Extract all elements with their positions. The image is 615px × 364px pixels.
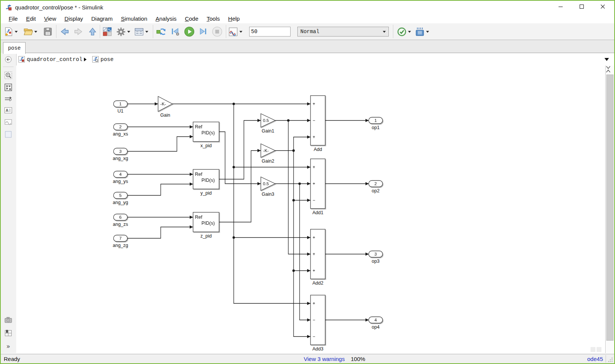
signal-wire[interactable] — [219, 132, 261, 184]
forward-button[interactable] — [72, 26, 84, 37]
signal-wire[interactable] — [294, 137, 311, 151]
menu-analysis[interactable]: Analysis — [151, 15, 181, 23]
pid-block-y_pid[interactable]: RefPID(s) — [193, 169, 219, 189]
view-warnings-link[interactable]: View 3 warnings — [304, 356, 345, 362]
pid-block-z_pid[interactable]: RefPID(s) — [193, 212, 219, 232]
signal-wire[interactable] — [127, 227, 193, 238]
block-label: Add3 — [312, 346, 323, 352]
settings-dropdown-caret[interactable] — [127, 31, 130, 34]
menu-tools[interactable]: Tools — [202, 15, 224, 23]
close-icon — [600, 4, 605, 9]
step-forward-button[interactable] — [197, 26, 209, 37]
inport-ang_zs[interactable]: 6 — [114, 214, 128, 221]
menu-help[interactable]: Help — [224, 15, 244, 23]
block-label: Add — [314, 147, 322, 152]
solver-name[interactable]: ode45 — [587, 356, 603, 362]
library-link-button[interactable] — [4, 329, 13, 338]
signal-wire[interactable] — [127, 137, 193, 151]
add-block-Add1[interactable]: ++− — [311, 159, 325, 209]
sim-mode-select[interactable]: Normal — [297, 27, 389, 37]
gain-block-Gain2[interactable]: -K- — [261, 144, 275, 157]
inport-ang_ys[interactable]: 4 — [114, 171, 128, 178]
wire-arrowhead-icon — [365, 318, 369, 321]
menu-view[interactable]: View — [40, 15, 60, 23]
update-diagram-button[interactable] — [155, 26, 167, 37]
close-button[interactable] — [594, 1, 611, 12]
gain-block-Gain1[interactable]: 0.5 — [261, 114, 275, 127]
svg-text:+: + — [312, 251, 315, 257]
area-box-button[interactable] — [4, 130, 13, 139]
breadcrumb-item-current[interactable]: pose — [100, 56, 114, 62]
expand-more-button[interactable]: » — [4, 342, 13, 351]
maximize-button[interactable] — [573, 1, 590, 12]
block-label: Gain2 — [262, 158, 274, 164]
menu-diagram[interactable]: Diagram — [87, 15, 117, 23]
simulation-data-inspector-button[interactable] — [227, 26, 243, 37]
inport-U1[interactable]: 1 — [114, 101, 128, 107]
new-model-dropdown-caret[interactable] — [15, 31, 18, 34]
gain-block-Gain3[interactable]: 0.5 — [261, 177, 275, 190]
signal-wire[interactable] — [234, 104, 311, 303]
outport-op2[interactable]: 2 — [369, 181, 383, 187]
image-button[interactable] — [4, 117, 13, 126]
inport-ang_xg[interactable]: 3 — [114, 148, 128, 155]
library-browser-button[interactable] — [102, 26, 113, 37]
scroll-down-icon[interactable] — [606, 65, 611, 69]
model-advisor-button[interactable] — [396, 26, 412, 37]
model-settings-button[interactable] — [115, 26, 131, 37]
deploy-dropdown-caret[interactable] — [426, 31, 429, 34]
tab-pose[interactable]: pose — [3, 42, 26, 54]
open-dropdown-caret[interactable] — [34, 31, 37, 34]
model-configuration-button[interactable] — [133, 26, 149, 37]
up-to-parent-button[interactable] — [87, 26, 99, 37]
scroll-up-icon[interactable] — [606, 69, 611, 73]
menu-edit[interactable]: Edit — [22, 15, 40, 23]
scrollbar-thumb[interactable] — [606, 75, 613, 341]
breadcrumb-item-root[interactable]: quadrotor_control — [27, 56, 82, 62]
svg-text:+: + — [312, 301, 315, 306]
signal-wire[interactable] — [127, 184, 193, 195]
outport-op4[interactable]: 4 — [369, 317, 383, 323]
run-button[interactable] — [183, 26, 196, 37]
block-label: ang_xg — [113, 156, 128, 161]
step-back-button[interactable] — [169, 26, 181, 37]
deploy-to-hardware-button[interactable] — [414, 26, 430, 37]
stop-time-input[interactable] — [249, 27, 291, 37]
add-block-Add2[interactable]: +++ — [311, 229, 325, 279]
zoom-region-button[interactable] — [4, 71, 13, 80]
add-block-Add3[interactable]: +−− — [311, 295, 325, 345]
sdi-dropdown-caret[interactable] — [239, 31, 242, 34]
menu-file[interactable]: File — [5, 15, 22, 23]
diagram-canvas[interactable]: 1U12ang_xs3ang_xg4ang_ys5ang_yg6ang_zs7a… — [16, 65, 614, 353]
sim-mode-value: Normal — [300, 29, 319, 35]
outport-op1[interactable]: 1 — [369, 117, 383, 124]
save-model-button[interactable] — [42, 26, 53, 37]
signal-wire[interactable] — [300, 184, 311, 320]
stop-button[interactable] — [211, 26, 224, 37]
menu-simulation[interactable]: Simulation — [117, 15, 151, 23]
pid-block-x_pid[interactable]: RefPID(s) — [193, 122, 219, 142]
breadcrumb-dropdown-caret[interactable] — [604, 58, 609, 63]
fit-to-view-button[interactable] — [4, 83, 13, 92]
add-block-Add[interactable]: +−+ — [311, 96, 325, 145]
back-button[interactable] — [59, 26, 71, 37]
signal-wire[interactable] — [294, 151, 311, 337]
inport-ang_yg[interactable]: 5 — [114, 192, 128, 199]
outport-op3[interactable]: 3 — [369, 251, 383, 257]
menu-code[interactable]: Code — [181, 15, 202, 23]
screenshot-camera-button[interactable] — [4, 315, 13, 324]
advisor-dropdown-caret[interactable] — [408, 31, 411, 34]
new-model-button[interactable] — [3, 26, 18, 37]
vertical-scrollbar[interactable] — [605, 65, 614, 353]
route-signals-button[interactable] — [4, 94, 13, 104]
minimize-button[interactable] — [552, 1, 569, 12]
open-model-button[interactable] — [23, 26, 38, 37]
menu-display[interactable]: Display — [60, 15, 87, 23]
inport-ang_zg[interactable]: 7 — [114, 235, 128, 242]
annotation-button[interactable]: A — [4, 106, 13, 115]
resize-grip-icon[interactable] — [608, 358, 613, 362]
hide-browser-button[interactable] — [4, 55, 13, 64]
gain-block-Gain[interactable]: -K- — [158, 96, 172, 111]
configuration-dropdown-caret[interactable] — [145, 31, 148, 34]
inport-ang_xs[interactable]: 2 — [114, 124, 128, 130]
